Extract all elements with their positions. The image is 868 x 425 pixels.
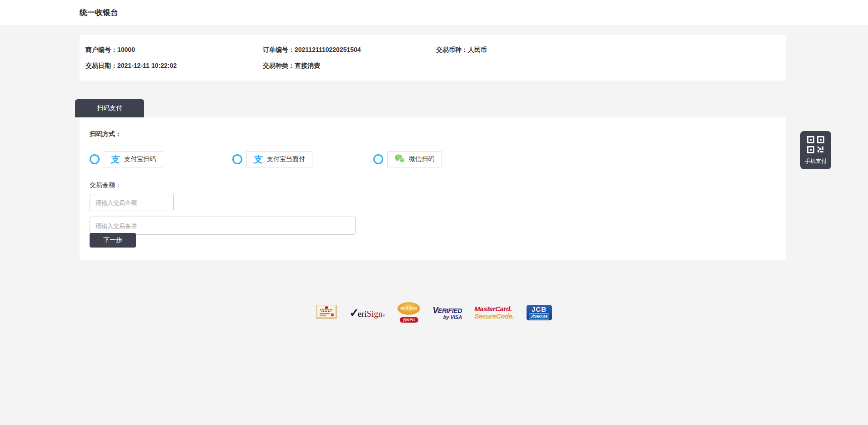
payment-license-certificate-logo bbox=[316, 305, 337, 320]
option-label: 支付宝扫码 bbox=[124, 155, 156, 163]
remark-input[interactable] bbox=[90, 217, 356, 235]
scan-method-label: 扫码方式： bbox=[90, 130, 786, 138]
radio-alipay-facepay[interactable] bbox=[232, 154, 242, 164]
currency-field: 交易币种：人民币 bbox=[436, 42, 786, 58]
radio-wechat-scan[interactable] bbox=[373, 154, 383, 164]
scan-method-options: 支 支付宝扫码 支 支付宝当面付 bbox=[90, 151, 786, 167]
order-info-card: 商户编号：10000 订单编号：2021121110220251504 交易币种… bbox=[80, 35, 786, 81]
wechat-icon bbox=[395, 154, 405, 164]
verisign-logo: ✓eriSign® bbox=[349, 306, 385, 319]
order-info-row-2: 交易日期：2021-12-11 10:22:02 交易种类：直接消费 bbox=[85, 58, 786, 74]
radio-alipay-scan[interactable] bbox=[90, 154, 100, 164]
trade-type-field: 交易种类：直接消费 bbox=[263, 58, 436, 74]
option-box-alipay-facepay[interactable]: 支 支付宝当面付 bbox=[246, 151, 312, 167]
page-header: 统一收银台 bbox=[0, 0, 868, 26]
next-step-button[interactable]: 下一步 bbox=[90, 233, 136, 248]
option-alipay-scan: 支 支付宝扫码 bbox=[90, 151, 163, 167]
mobile-pay-widget[interactable]: 手机支付 bbox=[800, 131, 831, 169]
option-label: 支付宝当面付 bbox=[267, 155, 305, 163]
option-alipay-facepay: 支 支付宝当面付 bbox=[232, 151, 312, 167]
order-info-row-1: 商户编号：10000 订单编号：2021121110220251504 交易币种… bbox=[85, 42, 786, 58]
option-wechat-scan: 微信扫码 bbox=[373, 151, 442, 167]
amount-label: 交易金额： bbox=[90, 181, 786, 189]
tab-scan-pay[interactable]: 扫码支付 bbox=[75, 99, 144, 117]
option-label: 微信扫码 bbox=[409, 155, 434, 163]
order-number-field: 订单编号：2021121110220251504 bbox=[263, 42, 436, 58]
qr-code-icon bbox=[807, 136, 825, 156]
main-content: 商户编号：10000 订单编号：2021121110220251504 交易币种… bbox=[80, 35, 786, 260]
alipay-icon: 支 bbox=[110, 155, 120, 164]
security-logos-footer: ✓eriSign® PCI DSS @SEC VERIFIED by VISA … bbox=[0, 302, 868, 323]
pci-dss-logo: PCI DSS @SEC bbox=[397, 302, 420, 323]
alipay-icon: 支 bbox=[253, 155, 263, 164]
page-title: 统一收银台 bbox=[80, 0, 868, 25]
jcb-jsecure-logo: JCB J/Secure bbox=[527, 305, 552, 320]
scan-pay-panel: 扫码方式： 支 支付宝扫码 支 支付宝当面付 bbox=[80, 117, 786, 260]
option-box-alipay-scan[interactable]: 支 支付宝扫码 bbox=[104, 151, 163, 167]
option-box-wechat-scan[interactable]: 微信扫码 bbox=[387, 151, 442, 167]
trade-date-field: 交易日期：2021-12-11 10:22:02 bbox=[85, 58, 263, 74]
mastercard-securecode-logo: MasterCard. SecureCode. bbox=[474, 305, 514, 320]
verified-by-visa-logo: VERIFIED by VISA bbox=[432, 306, 462, 320]
merchant-id-field: 商户编号：10000 bbox=[85, 42, 263, 58]
mobile-pay-label: 手机支付 bbox=[805, 157, 827, 165]
amount-input[interactable] bbox=[90, 194, 174, 211]
